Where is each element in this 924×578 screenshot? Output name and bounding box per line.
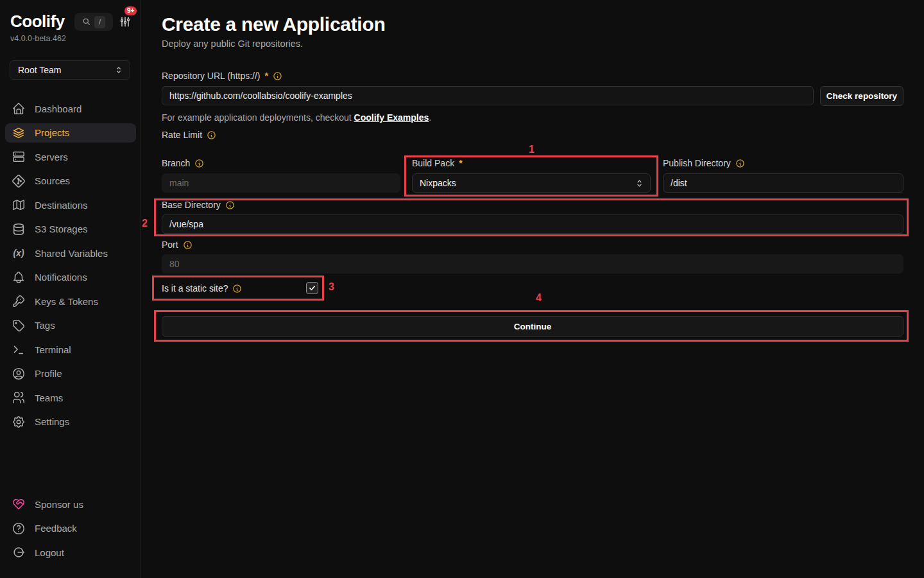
info-icon[interactable] [207,130,216,140]
sidebar-footer: Sponsor us Feedback Logout [0,495,141,567]
sidebar-item-destinations[interactable]: Destinations [5,195,136,215]
filters-button[interactable] [119,15,132,28]
main-content: Create a new Application Deploy any publ… [141,0,924,578]
continue-button[interactable]: Continue [162,316,903,337]
build-pack-select[interactable]: Nixpacks [412,173,651,193]
check-icon [308,284,316,292]
key-icon [12,294,26,308]
page-subtitle: Deploy any public Git repositories. [162,39,303,49]
branch-label: Branch [162,158,204,168]
help-circle-icon [12,521,26,536]
coolify-examples-link[interactable]: Coolify Examples [354,112,429,123]
bell-icon [12,270,26,285]
example-note: For example application deployments, che… [162,112,431,123]
info-icon[interactable] [232,284,242,293]
sliders-icon [119,15,132,28]
page-title: Create a new Application [162,13,385,35]
sidebar-item-feedback[interactable]: Feedback [5,519,136,538]
sidebar-item-notifications[interactable]: Notifications [5,268,136,287]
map-icon [12,198,26,212]
home-icon [12,101,26,116]
port-input[interactable] [162,254,903,274]
build-pack-label: Build Pack * [412,158,463,168]
base-directory-label: Base Directory [162,200,235,210]
sidebar-item-tags[interactable]: Tags [5,316,136,335]
sidebar-item-profile[interactable]: Profile [5,364,136,383]
terminal-icon [12,342,26,356]
port-label: Port [162,240,193,250]
branch-input[interactable] [162,173,400,193]
server-icon [12,150,26,164]
sidebar-item-sources[interactable]: Sources [5,171,136,191]
publish-directory-label: Publish Directory [663,158,745,168]
info-icon[interactable] [194,159,204,168]
sidebar-item-teams[interactable]: Teams [5,388,136,407]
notifications-badge[interactable]: 9+ [124,6,137,15]
info-icon[interactable] [273,71,282,81]
sidebar-item-terminal[interactable]: Terminal [5,340,136,359]
layers-icon [12,126,26,140]
publish-directory-input[interactable] [663,173,903,193]
sidebar-item-sponsor-us[interactable]: Sponsor us [5,495,136,514]
repository-url-label: Repository URL (https://) * [162,71,282,81]
sidebar-item-s3-storages[interactable]: S3 Storages [5,220,136,239]
info-icon[interactable] [225,200,235,210]
logout-icon [12,545,26,559]
sidebar-nav: Dashboard Projects Servers Sources Desti… [0,99,141,436]
required-asterisk: * [459,158,462,168]
app-version: v4.0.0-beta.462 [10,34,66,43]
static-site-checkbox[interactable] [306,282,318,294]
users-icon [12,390,26,405]
sidebar-item-settings[interactable]: Settings [5,412,136,432]
gear-icon [12,415,26,429]
chevron-up-down-icon [114,66,123,74]
sidebar-item-projects[interactable]: Projects [5,123,136,143]
coolify-app: Coolify / 9+ v4.0.0-beta.462 Root Team D… [0,0,924,578]
build-pack-selected-value: Nixpacks [420,178,635,188]
search-shortcut-key: / [94,16,105,28]
search-icon [82,17,91,26]
user-circle-icon [12,367,26,381]
team-selector[interactable]: Root Team [10,60,130,80]
search-button[interactable]: / [74,13,113,31]
git-icon [12,174,26,188]
sidebar-item-servers[interactable]: Servers [5,147,136,166]
heart-handshake-icon [12,497,26,511]
check-repository-button[interactable]: Check repository [820,86,903,106]
base-directory-input[interactable] [162,215,903,234]
info-icon[interactable] [183,240,193,250]
sidebar-item-logout[interactable]: Logout [5,543,136,562]
tag-icon [12,319,26,333]
variables-icon: (x) [12,248,26,258]
sidebar: Coolify / 9+ v4.0.0-beta.462 Root Team D… [0,0,141,578]
sidebar-item-keys-tokens[interactable]: Keys & Tokens [5,292,136,311]
team-selector-value: Root Team [18,65,114,75]
repository-url-input[interactable] [162,86,814,105]
required-asterisk: * [265,71,268,81]
info-icon[interactable] [735,159,745,168]
chevron-up-down-icon [635,179,644,188]
sidebar-item-dashboard[interactable]: Dashboard [5,99,136,118]
app-logo: Coolify [10,12,65,31]
database-icon [12,222,26,236]
rate-limit-label: Rate Limit [162,130,216,140]
sidebar-item-shared-variables[interactable]: (x) Shared Variables [5,243,136,263]
static-site-label: Is it a static site? [162,283,242,293]
